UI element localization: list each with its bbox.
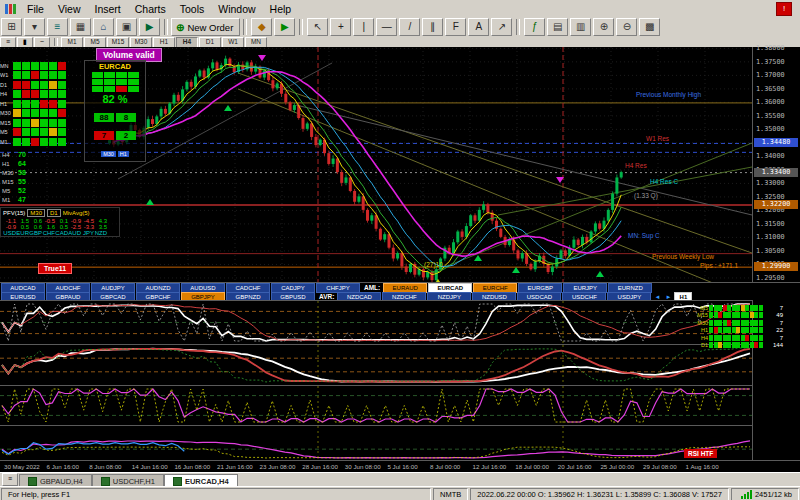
cursor-icon[interactable]: ↖ [307, 18, 328, 36]
timeframe-m15[interactable]: M15 [107, 37, 129, 48]
tf-label: M15 [2, 179, 18, 185]
menu-window[interactable]: Window [211, 2, 262, 16]
heatmap-cell [741, 335, 745, 341]
crosshair-icon[interactable]: + [330, 18, 351, 36]
terminal-icon[interactable]: ▣ [116, 18, 137, 36]
timeframe-m5[interactable]: M5 [84, 37, 106, 48]
tab-scroll-icon[interactable]: ≡ [2, 473, 18, 486]
strength-tf-d1[interactable]: D1 [47, 209, 61, 217]
indicator-plot[interactable] [0, 345, 752, 385]
timeframe-mn[interactable]: MN [245, 37, 267, 48]
heatmap-cell [732, 320, 736, 326]
templates-icon[interactable]: ▥ [570, 18, 591, 36]
time-axis[interactable]: 30 May 20226 Jun 16:008 Jun 08:0014 Jun … [0, 460, 800, 472]
toolbar-separator [54, 38, 58, 46]
chart-window[interactable]: Previous Monthly HighW1 ResH4 ResH4 Res … [0, 47, 800, 282]
navigator-icon[interactable]: ⌂ [93, 18, 114, 36]
price-tick: 1.31500 [756, 220, 785, 228]
oscillator-heatmap: M57M1549M307H122H47D1144 [694, 304, 783, 349]
menu-view[interactable]: View [51, 2, 88, 16]
heatmap-row-label: M5 [0, 129, 13, 135]
timeframe-h1[interactable]: H1 [153, 37, 175, 48]
indicator-plot[interactable] [0, 301, 752, 344]
heatmap-cell [40, 138, 48, 146]
zoom-in-icon[interactable]: ⊕ [593, 18, 614, 36]
heatmap-cell [13, 71, 21, 79]
market-watch-icon[interactable]: ≡ [47, 18, 68, 36]
tf-value: 58 [18, 169, 26, 176]
timeframe-d1[interactable]: D1 [199, 37, 221, 48]
heatmap-cell [718, 320, 722, 326]
fibonacci-icon[interactable]: F [445, 18, 466, 36]
heatmap-cell [49, 109, 57, 117]
tf-value-row: M3058 [2, 168, 26, 177]
timeframe-m1[interactable]: M1 [61, 37, 83, 48]
vertical-line-icon[interactable]: | [353, 18, 374, 36]
menu-charts[interactable]: Charts [128, 2, 173, 16]
heatmap-cell [22, 90, 30, 98]
heatmap-cell [104, 86, 115, 92]
heatmap-row-label: MN [0, 63, 13, 69]
menu-tools[interactable]: Tools [173, 2, 212, 16]
menu-bar: FileViewInsertChartsToolsWindowHelp ! [0, 0, 800, 18]
heatmap-cell [92, 79, 103, 85]
indicator-panel-3[interactable] [0, 385, 800, 425]
tile-windows-icon[interactable]: ▩ [639, 18, 660, 36]
timeframe-w1[interactable]: W1 [222, 37, 244, 48]
heatmap-count: 144 [763, 342, 783, 348]
menu-file[interactable]: File [20, 2, 51, 16]
horizontal-line-icon[interactable]: — [376, 18, 397, 36]
indicator-plot[interactable] [0, 386, 752, 425]
timeframe-h4[interactable]: H4 [176, 37, 198, 48]
time-tick: 6 Jun 16:00 [47, 463, 79, 470]
price-axis[interactable]: 1.295001.300001.305001.310001.315001.320… [752, 47, 800, 282]
trendline-icon[interactable]: / [399, 18, 420, 36]
metaeditor-icon[interactable]: ◆ [251, 18, 272, 36]
heatmap-cell [754, 335, 758, 341]
heatmap-cell [31, 100, 39, 108]
tf-chip-h1[interactable]: H1 [118, 151, 129, 157]
heatmap-cell [104, 72, 115, 78]
indicator-panel-4[interactable] [0, 425, 800, 460]
data-window-icon[interactable]: ▦ [70, 18, 91, 36]
strength-tf-m30[interactable]: M30 [27, 209, 45, 217]
heatmap-cell [40, 128, 48, 136]
new-chart-icon[interactable]: ⊞ [1, 18, 22, 36]
channel-icon[interactable]: ∥ [422, 18, 443, 36]
indicator-panel-2[interactable] [0, 344, 800, 385]
indicator-panel-1[interactable] [0, 300, 800, 344]
tf-label: M30 [2, 170, 18, 176]
alert-icon[interactable]: ! [776, 2, 792, 16]
heatmap-row-label: M1 [0, 139, 13, 145]
new-order-button[interactable]: ⊕New Order [171, 18, 240, 36]
currency-label: AUD [68, 230, 81, 236]
price-marker: 1.29900 [754, 262, 798, 271]
line-chart-icon[interactable]: ~ [34, 37, 50, 48]
chart-tabs-bar: ≡ GBPAUD,H4USDCHF,H1EURCAD,H4 [0, 472, 800, 487]
strategy-tester-icon[interactable]: ▶ [139, 18, 160, 36]
text-icon[interactable]: A [468, 18, 489, 36]
heatmap-cell [759, 320, 763, 326]
menu-insert[interactable]: Insert [88, 2, 128, 16]
arrow-tools-icon[interactable]: ↗ [491, 18, 512, 36]
zoom-out-icon[interactable]: ⊖ [616, 18, 637, 36]
indicator-plot[interactable] [0, 426, 752, 460]
heatmap-cell [727, 320, 731, 326]
heatmap-cell [718, 327, 722, 333]
tf-chip-m30[interactable]: M30 [101, 151, 116, 157]
candle-chart-icon[interactable]: ▮ [17, 37, 33, 48]
timeframe-m30[interactable]: M30 [130, 37, 152, 48]
heatmap-cell [31, 138, 39, 146]
indicators-icon[interactable]: ƒ [524, 18, 545, 36]
time-tick: 14 Jun 16:00 [132, 463, 168, 470]
status-connection: 2451/12 kb [731, 488, 799, 500]
currency-label: USD [3, 230, 16, 236]
bar-chart-icon[interactable]: ≡ [0, 37, 16, 48]
heatmap-cell [714, 342, 718, 348]
heatmap-cell [709, 312, 713, 318]
profiles-icon[interactable]: ▾ [24, 18, 45, 36]
periods-icon[interactable]: ▤ [547, 18, 568, 36]
menu-help[interactable]: Help [263, 2, 299, 16]
autotrading-icon[interactable]: ▶ [274, 18, 295, 36]
mini-tf-chips: M30H1 [87, 142, 143, 160]
